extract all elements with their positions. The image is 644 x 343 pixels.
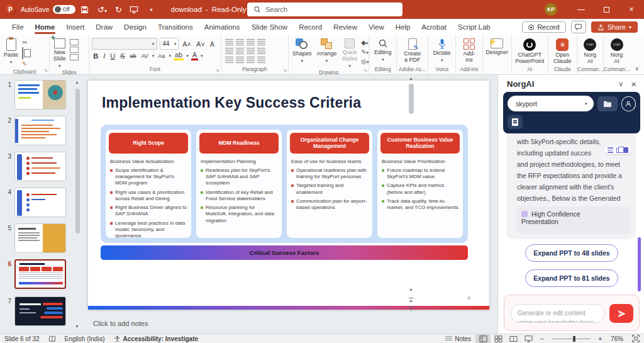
slideshow-view-button[interactable] [521,334,536,343]
scrollbar-thumb[interactable] [409,84,414,114]
shape-fill-icon[interactable]: ◆▾ [361,39,369,47]
editing-button[interactable]: Editing▾ [373,38,393,63]
thumbnail-image[interactable] [14,296,66,326]
tab-transitions[interactable]: Transitions [152,21,199,34]
align-right-icon[interactable] [247,57,255,63]
chatgpt-powerpoint-button[interactable]: ChatGPT PowerPoint [514,38,545,65]
accessibility-checker[interactable]: Accessibility: Investigate [109,335,203,342]
search-input[interactable]: Search [247,3,402,16]
clipboard-dialog-launcher[interactable]: ⇘ [44,68,48,73]
multilevel-list-icon[interactable] [247,39,255,45]
minimize-button[interactable]: — [569,0,594,19]
start-slideshow-icon[interactable] [130,6,141,14]
addins-button[interactable]: Add-ins [458,38,479,64]
zoom-slider-thumb[interactable] [573,336,575,342]
quick-access-chevron-icon[interactable]: ▾ [146,7,157,13]
create-pdf-button[interactable]: Create a PDF [402,38,422,64]
notebook-button[interactable] [508,115,523,129]
tab-record[interactable]: Record [293,21,328,34]
prompt-input[interactable]: Generate or edit content using your know… [511,304,605,323]
slide-sorter-view-button[interactable] [491,334,506,343]
reset-slide-icon[interactable] [70,47,79,53]
align-center-icon[interactable] [236,57,244,63]
dictate-button[interactable]: Dictate▾ [432,38,452,64]
highlight-color-button[interactable]: ab [174,52,184,60]
notes-toggle[interactable]: Notes [441,335,475,342]
previous-slide-button[interactable]: ▲ [409,298,413,303]
fit-to-window-button[interactable] [628,335,644,342]
shapes-button[interactable]: Shapes▾ [291,38,313,64]
account-button[interactable] [621,96,636,111]
thumbnail-slide-5[interactable]: 5 [4,223,66,253]
tab-slide-show[interactable]: Slide Show [246,21,294,34]
tab-home[interactable]: Home [30,21,61,34]
expand-81-button[interactable]: Expand PPT to 81 slides [525,269,618,287]
slide-counter[interactable]: Slide 6 of 32 [0,335,44,342]
change-case-button[interactable]: Aa [157,53,166,59]
arrange-button[interactable]: Arrange▾ [316,38,338,64]
knowledge-base-select[interactable]: skyport▾ [508,96,594,111]
undo-icon[interactable]: ↺▾ [97,5,108,14]
thumbnail-slide-2[interactable]: 2 [4,116,66,145]
column-header[interactable]: MDM Readiness [199,133,279,154]
tab-view[interactable]: View [363,21,390,34]
clear-formatting-button[interactable]: A [209,40,216,48]
line-spacing-icon[interactable] [257,39,265,45]
tab-file[interactable]: File [6,21,30,34]
paragraph-dialog-launcher[interactable]: ⇘ [283,68,287,73]
zoom-level[interactable]: 76% [606,335,628,342]
tab-script-lab[interactable]: Script Lab [452,21,496,34]
open-claude-button[interactable]: ✳Open Claude [552,38,573,65]
next-slide-button[interactable]: ▼ [409,306,413,312]
tab-help[interactable]: Help [390,21,416,34]
close-button[interactable]: × [619,0,644,19]
designer-button[interactable]: Designer [484,38,509,57]
character-spacing-button[interactable]: AV [140,53,150,59]
scroll-down-icon[interactable]: ▼ [409,288,413,292]
normal-view-button[interactable] [475,334,491,343]
section-icon[interactable] [70,54,79,60]
confidence-card[interactable]: High Confidence Presentation [516,206,631,234]
copy-icon[interactable] [22,48,27,59]
language-selector[interactable]: English (India) [60,335,109,342]
account-avatar[interactable]: KP [545,3,557,16]
cut-icon[interactable]: ✂ [22,39,27,47]
share-button[interactable]: Share▾ [591,21,638,33]
column-mdm-readiness[interactable]: MDM Readiness Implementation Planning Re… [196,130,282,238]
redo-icon[interactable]: ↻ [113,5,125,14]
thumbnail-image[interactable] [14,80,66,110]
thumbnail-image[interactable] [14,152,66,181]
tab-acrobat[interactable]: Acrobat [416,21,452,34]
format-painter-icon[interactable]: ✎ [22,60,27,68]
grow-font-button[interactable]: A˄ [181,40,192,48]
thumbnail-image[interactable] [14,116,66,145]
thumbnail-scrollbar[interactable]: ▲ ▼ [75,80,80,329]
thumbnail-slide-6-selected[interactable]: 6 [4,259,66,289]
new-slide-button[interactable]: New Slide▾ [52,38,67,69]
autosave-toggle[interactable]: AutoSave Off [21,5,75,14]
italic-button[interactable]: I [102,52,106,60]
zoom-out-button[interactable]: − [536,335,548,342]
zoom-slider[interactable] [552,339,591,339]
decrease-indent-icon[interactable] [225,48,233,54]
save-icon[interactable] [80,6,92,14]
thumbnail-image[interactable] [14,259,66,289]
restore-button[interactable] [594,0,619,19]
thumbnail-slide-4[interactable]: 4 [4,188,66,217]
strikethrough-ab-button[interactable]: ab [128,53,137,59]
scroll-up-icon[interactable]: ▲ [75,80,79,84]
font-size-combobox[interactable]: 44▾ [160,38,179,50]
thumbnail-image[interactable] [14,188,66,217]
scroll-up-icon[interactable]: ▲ [409,76,413,81]
tab-design[interactable]: Design [118,21,152,34]
thumbnail-slide-1[interactable]: 1 [4,80,66,110]
tab-review[interactable]: Review [328,21,363,34]
scrollbar-thumb[interactable] [75,89,80,233]
drawing-dialog-launcher[interactable]: ⇘ [364,68,367,73]
column-customer-value[interactable]: Customer Business Value Realization Busi… [377,130,463,238]
strikethrough-button[interactable]: S [119,52,126,60]
expand-48-button[interactable]: Expand PPT to 48 slides [525,244,618,262]
autosave-switch[interactable]: Off [53,5,75,14]
column-header[interactable]: Customer Business Value Realization [380,133,460,154]
bold-button[interactable]: B [92,52,99,60]
